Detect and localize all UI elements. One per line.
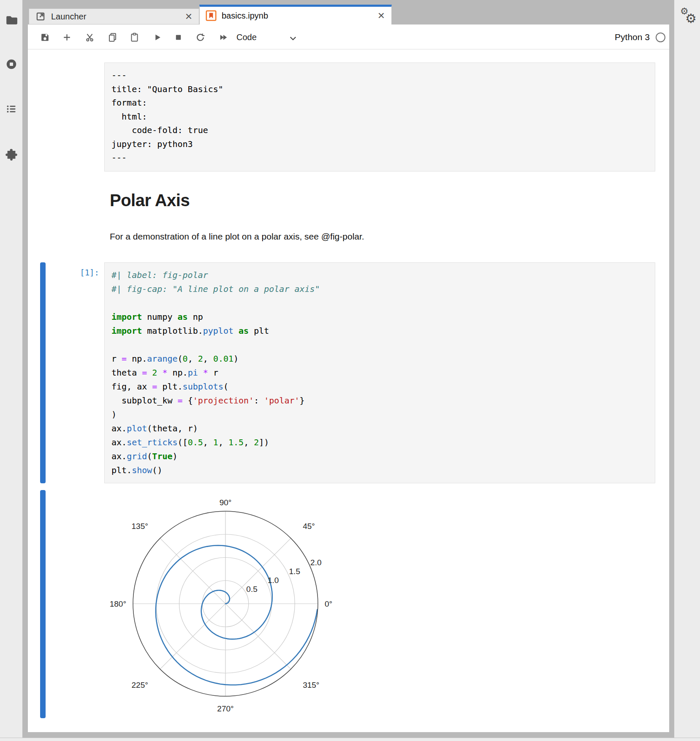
raw-cell-line: jupyter: python3	[111, 137, 648, 151]
code-line: #| fig-cap: "A line plot on a polar axis…	[111, 282, 648, 296]
tick-label: 270°	[217, 704, 233, 713]
running-kernels-icon[interactable]	[5, 58, 18, 71]
code-line: import matplotlib.pyplot as plt	[111, 324, 648, 338]
kernel-name: Python 3	[615, 32, 650, 42]
restart-kernel-button[interactable]	[193, 30, 208, 45]
cut-cells-button[interactable]	[82, 30, 97, 45]
run-cell-button[interactable]	[149, 30, 165, 45]
tab-notebook[interactable]: basics.ipynb ×	[199, 5, 392, 25]
tab-notebook-close-icon[interactable]: ×	[378, 10, 385, 21]
right-sidebar: ⚙ ⚙	[674, 0, 700, 741]
gear-large-icon: ⚙	[685, 12, 697, 25]
tick-label: 135°	[132, 522, 148, 531]
extension-manager-icon[interactable]	[5, 148, 18, 161]
tick-label: 1.5	[289, 567, 300, 576]
code-line: import numpy as np	[111, 310, 648, 324]
tick-label: 2.0	[310, 558, 321, 567]
toolbar-divider	[28, 49, 669, 49]
copy-cells-button[interactable]	[105, 30, 120, 45]
raw-cell-line: title: "Quarto Basics"	[111, 82, 648, 96]
tab-launcher-label: Launcher	[51, 12, 86, 22]
raw-cell-line: code-fold: true	[111, 123, 648, 137]
tick-label: 315°	[303, 681, 319, 689]
markdown-heading: Polar Axis	[110, 191, 190, 210]
insert-cell-button[interactable]	[59, 30, 74, 45]
code-line	[111, 338, 648, 352]
code-cell-collapser[interactable]	[40, 262, 46, 483]
code-line: subplot_kw = {'projection': 'polar'}	[111, 394, 648, 408]
raw-cell-line: ---	[111, 151, 648, 165]
jupyterlab-window: { "tabs": [ { "label": "Launcher", "icon…	[0, 0, 700, 741]
save-button[interactable]	[37, 30, 52, 45]
raw-cell[interactable]: ---title: "Quarto Basics"format: html: c…	[104, 63, 655, 172]
status-bar	[0, 738, 700, 741]
tick-label: 180°	[110, 599, 126, 608]
stop-kernel-button[interactable]	[171, 30, 186, 45]
chevron-down-icon[interactable]	[290, 35, 296, 40]
tick-label: 1.0	[268, 576, 279, 585]
code-line: r = np.arange(0, 2, 0.01)	[111, 352, 648, 366]
file-browser-icon[interactable]	[5, 14, 18, 27]
run-all-cells-button[interactable]	[215, 30, 231, 45]
table-of-contents-icon[interactable]	[5, 103, 18, 115]
tick-label: 0°	[325, 599, 332, 608]
tick-label: 90°	[220, 498, 232, 507]
tick-label: 225°	[132, 681, 148, 689]
tick-label: 45°	[303, 522, 315, 531]
code-line: plt.show()	[111, 463, 648, 477]
code-line: ax.grid(True)	[111, 450, 648, 463]
tab-notebook-label: basics.ipynb	[222, 11, 268, 21]
tick-label: 0.5	[246, 585, 257, 594]
cell-type-value: Code	[236, 33, 257, 42]
paste-cells-button[interactable]	[127, 30, 142, 45]
tab-launcher[interactable]: Launcher ×	[29, 8, 199, 25]
property-inspector-gears-icon[interactable]: ⚙ ⚙	[679, 7, 698, 27]
polar-plot-figure: 0°45°90°135°180°225°270°315°0.51.01.52.0	[101, 487, 355, 733]
code-line: ax.set_rticks([0.5, 1, 1.5, 2])	[111, 436, 648, 450]
raw-cell-line: format:	[111, 96, 648, 110]
code-cell[interactable]: #| label: fig-polar#| fig-cap: "A line p…	[104, 262, 655, 483]
kernel-indicator[interactable]: Python 3	[549, 30, 665, 45]
code-line: fig, ax = plt.subplots(	[111, 380, 648, 394]
output-area: 0°45°90°135°180°225°270°315°0.51.01.52.0	[101, 487, 355, 733]
code-line: theta = 2 * np.pi * r	[111, 366, 648, 380]
launcher-icon	[35, 11, 46, 22]
output-collapser[interactable]	[40, 490, 46, 718]
tab-launcher-close-icon[interactable]: ×	[185, 11, 192, 22]
raw-cell-line: html:	[111, 110, 648, 124]
code-line: ax.plot(theta, r)	[111, 422, 648, 436]
left-activity-bar	[0, 0, 22, 741]
execution-count-prompt: [1]:	[42, 268, 99, 277]
code-line	[111, 296, 648, 310]
code-line: )	[111, 408, 648, 422]
cell-type-select[interactable]: Code	[236, 30, 257, 45]
markdown-paragraph: For a demonstration of a line plot on a …	[110, 232, 364, 242]
notebook-icon	[206, 10, 217, 21]
code-line: #| label: fig-polar	[111, 268, 648, 282]
kernel-status-icon	[656, 33, 665, 42]
raw-cell-line: ---	[111, 68, 648, 82]
